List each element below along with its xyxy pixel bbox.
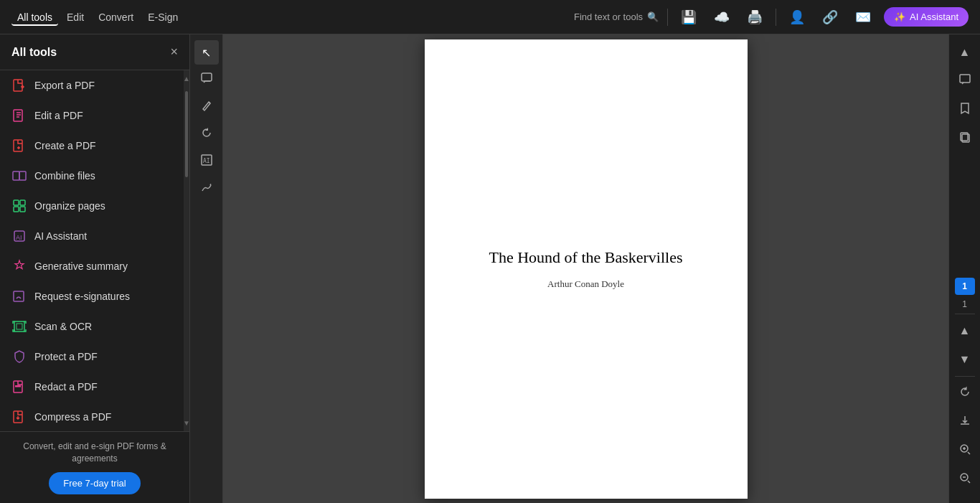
- top-navigation: All tools Edit Convert E-Sign Find text …: [0, 0, 980, 34]
- signature-tool-button[interactable]: [194, 177, 219, 201]
- sidebar-item-compress-pdf[interactable]: Compress a PDF: [0, 402, 184, 431]
- pdf-author: Arthur Conan Doyle: [547, 278, 624, 290]
- svg-text:AI: AI: [16, 234, 22, 241]
- svg-rect-3: [13, 171, 19, 180]
- right-panel: ▲ 1 1 ▲: [948, 34, 980, 503]
- scroll-down-page-button[interactable]: ▼: [953, 347, 977, 372]
- ai-assistant-label: AI Assistant: [34, 230, 87, 242]
- copy-button[interactable]: [953, 126, 977, 151]
- svg-text:AI: AI: [203, 158, 210, 164]
- zoom-out-button[interactable]: [953, 467, 977, 492]
- svg-rect-15: [15, 385, 21, 387]
- organize-pages-label: Organize pages: [34, 200, 105, 212]
- refresh-button[interactable]: [953, 381, 977, 405]
- redact-pdf-label: Redact a PDF: [34, 381, 98, 392]
- sidebar-item-request-esignatures[interactable]: Request e-signatures: [0, 281, 184, 311]
- scan-ocr-icon: [11, 319, 27, 334]
- compress-pdf-label: Compress a PDF: [34, 411, 111, 423]
- signature-icon: [200, 181, 213, 197]
- sidebar-item-create-pdf[interactable]: Create a PDF: [0, 131, 184, 161]
- select-icon: ↖: [202, 46, 211, 60]
- request-esignatures-label: Request e-signatures: [34, 291, 130, 302]
- nav-esign[interactable]: E-Sign: [142, 9, 184, 26]
- sidebar: All tools × Export a PDF Edit a PDF: [0, 34, 190, 503]
- stamp-tool-button[interactable]: [194, 122, 219, 146]
- comment-tool-button[interactable]: [194, 67, 219, 92]
- scan-ocr-label: Scan & OCR: [34, 321, 92, 332]
- scroll-up-arrow[interactable]: ▲: [182, 73, 189, 84]
- refresh-icon: [958, 385, 971, 401]
- bookmark-button[interactable]: [953, 98, 977, 122]
- select-tool-button[interactable]: ↖: [194, 40, 219, 65]
- svg-rect-6: [20, 200, 25, 205]
- sidebar-item-organize-pages[interactable]: Organize pages: [0, 191, 184, 221]
- comment-panel-button[interactable]: [953, 69, 977, 93]
- edit-pdf-icon: [11, 108, 27, 123]
- sidebar-item-redact-pdf[interactable]: Redact a PDF: [0, 372, 184, 402]
- download-icon: [958, 414, 971, 430]
- comment-panel-icon: [958, 73, 971, 89]
- bookmark-icon: [958, 102, 971, 118]
- sidebar-item-generative-summary[interactable]: Generative summary: [0, 251, 184, 281]
- download-button[interactable]: [953, 410, 977, 434]
- ai-assistant-nav-button[interactable]: ✨ AI Assistant: [884, 7, 969, 27]
- sidebar-item-export-pdf[interactable]: Export a PDF: [0, 70, 184, 100]
- account-button[interactable]: 👤: [785, 6, 809, 28]
- right-panel-divider: [955, 314, 975, 314]
- nav-divider-2: [776, 9, 776, 26]
- sidebar-item-protect-pdf[interactable]: Protect a PDF: [0, 342, 184, 372]
- sidebar-scroll-area: Export a PDF Edit a PDF Create a PDF: [0, 70, 189, 431]
- pdf-title: The Hound of the Baskervilles: [489, 248, 682, 267]
- redact-pdf-icon: [11, 379, 27, 395]
- combine-files-label: Combine files: [34, 170, 95, 182]
- search-icon: 🔍: [647, 11, 659, 22]
- trial-button[interactable]: Free 7-day trial: [49, 472, 140, 494]
- zoom-out-icon: [958, 471, 971, 487]
- sidebar-footer: Convert, edit and e-sign PDF forms & agr…: [0, 431, 189, 503]
- request-esignatures-icon: [11, 288, 27, 304]
- rotate-icon: [200, 126, 213, 142]
- find-bar[interactable]: Find text or tools 🔍: [574, 11, 659, 22]
- sidebar-scrollbar[interactable]: ▲ ▼: [184, 70, 189, 431]
- ai-assistant-icon: AI: [11, 228, 27, 244]
- create-pdf-icon: [11, 138, 27, 154]
- zoom-in-button[interactable]: [953, 438, 977, 463]
- link-button[interactable]: 🔗: [818, 6, 842, 28]
- svg-rect-12: [14, 321, 24, 332]
- protect-pdf-label: Protect a PDF: [34, 351, 98, 362]
- sidebar-item-edit-pdf[interactable]: Edit a PDF: [0, 100, 184, 131]
- chevron-up-page-icon: ▲: [959, 324, 971, 337]
- scroll-down-arrow[interactable]: ▼: [182, 418, 189, 428]
- sidebar-scroll-content: Export a PDF Edit a PDF Create a PDF: [0, 70, 184, 431]
- compress-pdf-icon: [11, 409, 27, 425]
- copy-icon: [958, 131, 971, 146]
- svg-rect-11: [14, 291, 24, 301]
- save-button[interactable]: 💾: [677, 6, 701, 28]
- main-layout: All tools × Export a PDF Edit a PDF: [0, 34, 980, 503]
- ai-assistant-icon: ✨: [894, 11, 905, 22]
- sidebar-item-scan-ocr[interactable]: Scan & OCR: [0, 311, 184, 342]
- protect-pdf-icon: [11, 349, 27, 365]
- nav-convert[interactable]: Convert: [93, 9, 139, 26]
- svg-rect-13: [17, 324, 22, 329]
- right-panel-divider-2: [955, 376, 975, 377]
- draw-tool-button[interactable]: [194, 95, 219, 119]
- text-recognition-tool-button[interactable]: AI: [194, 149, 219, 174]
- sidebar-close-button[interactable]: ×: [170, 44, 178, 60]
- svg-rect-8: [20, 207, 25, 212]
- scroll-thumb[interactable]: [185, 91, 188, 177]
- footer-text: Convert, edit and e-sign PDF forms & agr…: [11, 441, 178, 465]
- pen-icon: [200, 99, 213, 115]
- share-button[interactable]: ✉️: [851, 6, 875, 28]
- upload-button[interactable]: ☁️: [710, 6, 734, 28]
- scroll-up-button[interactable]: ▲: [953, 40, 977, 65]
- nav-all-tools[interactable]: All tools: [11, 9, 58, 26]
- combine-files-icon: [11, 168, 27, 184]
- sidebar-item-ai-assistant[interactable]: AI AI Assistant: [0, 221, 184, 251]
- print-button[interactable]: 🖨️: [743, 6, 767, 28]
- nav-edit[interactable]: Edit: [61, 9, 90, 26]
- ai-assistant-label: AI Assistant: [910, 11, 958, 22]
- chevron-down-page-icon: ▼: [959, 353, 971, 366]
- scroll-up-page-button[interactable]: ▲: [953, 319, 977, 343]
- sidebar-item-combine-files[interactable]: Combine files: [0, 161, 184, 191]
